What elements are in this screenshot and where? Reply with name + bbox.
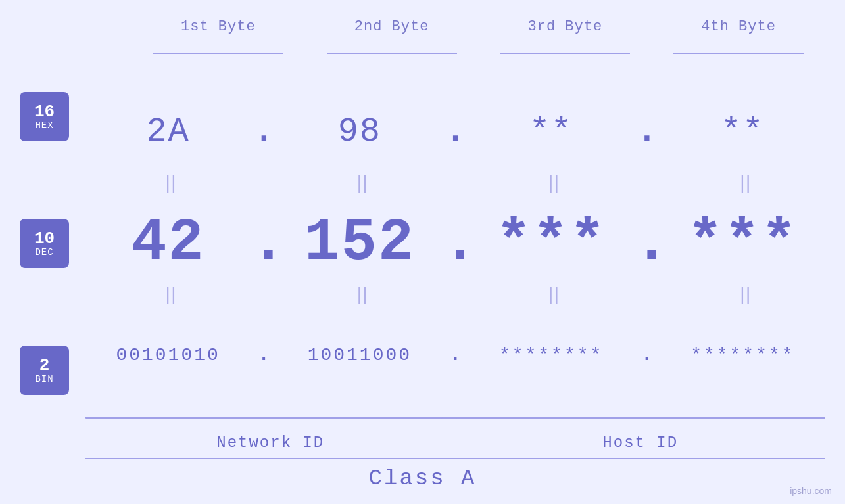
hex-cell-4: ** [660, 112, 825, 151]
bin-val-3: ******** [499, 345, 603, 365]
eq2-cell4: || [660, 286, 825, 305]
hex-val-4: ** [721, 112, 764, 151]
top-brackets [132, 53, 825, 54]
hex-dot-2: . [443, 112, 469, 151]
bracket-line-1 [153, 53, 283, 54]
hex-val-1: 2A [146, 112, 189, 151]
bracket-byte3 [479, 53, 652, 54]
eq1-cell2: || [277, 175, 442, 193]
bracket-byte4 [652, 53, 825, 54]
dec-val-3: *** [496, 210, 606, 277]
bracket-line-4 [673, 53, 804, 54]
base-dec: 10 DEC [20, 219, 69, 268]
bracket-line-3 [500, 53, 630, 54]
main-grid: 2A . 98 . ** . ** || || [85, 62, 825, 451]
base-hex: 16 HEX [20, 92, 69, 141]
bin-cell-1: 00101010 [85, 345, 251, 365]
equals-row-2: || || || || [85, 283, 825, 309]
eq2-sign3: || [545, 286, 557, 305]
eq2-cell2: || [277, 286, 442, 305]
host-id-label: Host ID [456, 428, 826, 451]
hex-name: HEX [35, 120, 53, 131]
eq1-cell3: || [469, 175, 634, 193]
dec-cell-1: 42 [85, 210, 251, 277]
network-id-label: Network ID [85, 428, 456, 451]
dec-dot-1: . [251, 210, 277, 277]
dec-val-2: 152 [304, 210, 415, 277]
byte3-header: 3rd Byte [479, 18, 652, 35]
eq2-cell3: || [469, 286, 634, 305]
bin-row: 00101010 . 10011000 . ******** . *******… [85, 315, 825, 394]
dec-cell-2: 152 [277, 210, 442, 277]
equals-row-1: || || || || [85, 171, 825, 197]
network-bracket-line [85, 417, 443, 419]
bin-cell-3: ******** [469, 345, 634, 365]
base-labels: 16 HEX 10 DEC 2 BIN [20, 92, 69, 395]
hex-cell-3: ** [469, 112, 634, 151]
hex-val-2: 98 [338, 112, 381, 151]
byte2-header: 2nd Byte [305, 18, 479, 35]
hex-cell-1: 2A [85, 112, 251, 151]
hex-row: 2A . 98 . ** . ** [85, 92, 825, 171]
eq1-cell4: || [660, 175, 825, 193]
eq1-sign2: || [354, 175, 366, 193]
dec-val-1: 42 [132, 210, 205, 277]
byte-headers: 1st Byte 2nd Byte 3rd Byte 4th Byte [132, 18, 825, 35]
bin-cell-4: ******** [660, 345, 825, 365]
dec-num: 10 [34, 230, 55, 247]
class-label: Class A [0, 466, 845, 491]
bracket-line-2 [327, 53, 457, 54]
bracket-byte1 [132, 53, 305, 54]
byte4-header: 4th Byte [652, 18, 825, 35]
hex-dot-1: . [251, 112, 277, 151]
section-labels: Network ID Host ID [85, 428, 825, 451]
dec-name: DEC [35, 247, 53, 258]
watermark: ipshu.com [790, 486, 832, 496]
dec-row: 42 . 152 . *** . *** [85, 204, 825, 283]
dec-dot-2: . [443, 210, 469, 277]
eq1-sign3: || [545, 175, 557, 193]
eq1-sign4: || [737, 175, 749, 193]
host-bracket-line [456, 417, 826, 419]
bin-cell-2: 10011000 [277, 345, 442, 365]
hex-cell-2: 98 [277, 112, 442, 151]
eq1-cell1: || [85, 175, 251, 193]
dec-cell-4: *** [660, 210, 825, 277]
dec-dot-3: . [634, 210, 660, 277]
bin-num: 2 [39, 357, 50, 374]
hex-dot-3: . [634, 112, 660, 151]
byte1-header: 1st Byte [132, 18, 305, 35]
hex-val-3: ** [529, 112, 573, 151]
hex-num: 16 [34, 103, 55, 120]
dec-cell-3: *** [469, 210, 634, 277]
eq1-sign1: || [162, 175, 174, 193]
bracket-byte2 [305, 53, 479, 54]
dec-val-4: *** [687, 210, 798, 277]
bin-dot-1: . [251, 345, 277, 365]
bin-val-2: 10011000 [308, 345, 412, 365]
eq2-sign4: || [737, 286, 749, 305]
base-bin: 2 BIN [20, 346, 69, 395]
bin-name: BIN [35, 374, 53, 384]
eq2-sign1: || [162, 286, 174, 305]
bin-val-1: 00101010 [116, 345, 220, 365]
eq2-sign2: || [354, 286, 366, 305]
bin-dot-2: . [443, 345, 469, 365]
full-bottom-bracket [85, 458, 825, 459]
bin-dot-3: . [634, 345, 660, 365]
eq2-cell1: || [85, 286, 251, 305]
bin-val-4: ******** [690, 345, 794, 365]
main-container: 1st Byte 2nd Byte 3rd Byte 4th Byte 16 H… [0, 0, 845, 504]
